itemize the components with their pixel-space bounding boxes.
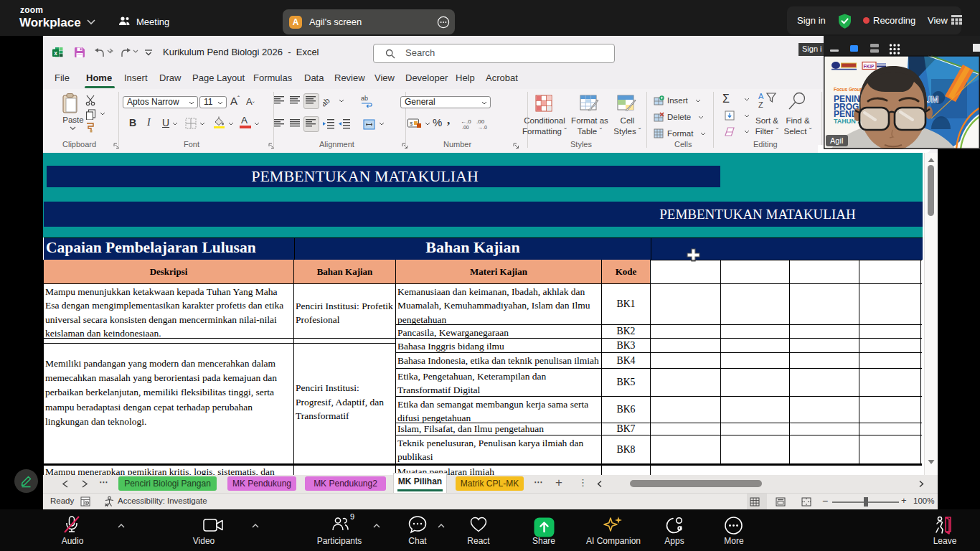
svg-text:.00: .00 (462, 125, 469, 130)
svg-text:Agil: Agil (830, 136, 843, 145)
svg-text:ab: ab (323, 96, 331, 108)
svg-text:$: $ (410, 121, 413, 127)
svg-text:Z: Z (758, 100, 763, 109)
svg-text:ab: ab (361, 95, 368, 102)
svg-text:→.0: →.0 (478, 125, 487, 130)
svg-text:FKIP: FKIP (864, 64, 875, 69)
svg-text:x: x (54, 50, 57, 57)
svg-text:A: A (758, 92, 764, 100)
